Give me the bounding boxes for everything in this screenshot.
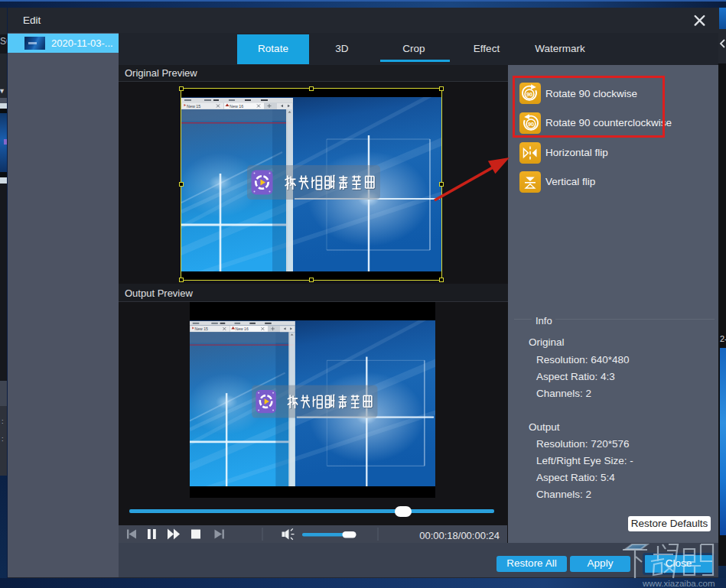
- svg-text:New 15: New 15: [195, 326, 208, 331]
- svg-text:New 15: New 15: [187, 104, 200, 109]
- svg-text:New 16: New 16: [235, 326, 248, 331]
- svg-text:New 16: New 16: [230, 104, 243, 109]
